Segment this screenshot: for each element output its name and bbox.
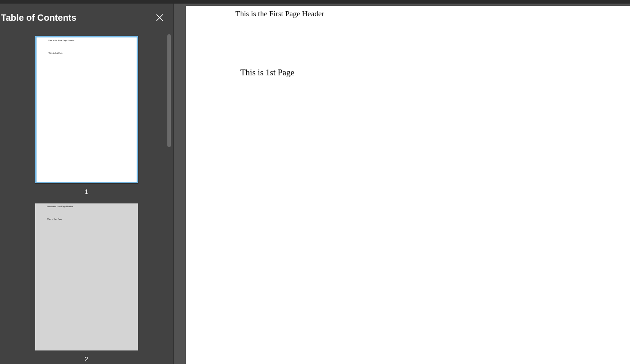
thumbnail-page-number: 1 [84,188,88,195]
thumbnail-page-number: 2 [84,355,88,363]
main-container: Table of Contents This is the First Page… [0,4,630,364]
sidebar-panel: Table of Contents This is the First Page… [0,4,173,364]
document-viewer[interactable]: This is the First Page Header This is 1s… [174,4,630,364]
page-header-text: This is the First Page Header [235,9,324,18]
thumbnails-container: This is the First Page Header This is 1s… [0,32,173,364]
sidebar-title: Table of Contents [1,13,76,23]
thumbnail-item: This is the First Page Header This is 2n… [0,203,173,363]
thumbnail-item: This is the First Page Header This is 1s… [0,36,173,195]
sidebar-header: Table of Contents [0,4,173,32]
document-page: This is the First Page Header This is 1s… [186,6,630,364]
top-bar [0,0,630,4]
sidebar-scrollbar[interactable] [167,34,171,147]
thumbnail-header-text: This is the First Page Header [47,205,73,207]
thumbnail-body-text: This is 1st Page [49,52,63,54]
close-icon [156,14,164,22]
page-body-text: This is 1st Page [240,68,294,78]
thumbnail-page-1[interactable]: This is the First Page Header This is 1s… [35,36,138,183]
thumbnail-body-text: This is 2nd Page [47,218,62,220]
thumbnail-page-2[interactable]: This is the First Page Header This is 2n… [35,203,138,350]
close-sidebar-button[interactable] [153,11,166,24]
thumbnail-header-text: This is the First Page Header [48,39,74,41]
